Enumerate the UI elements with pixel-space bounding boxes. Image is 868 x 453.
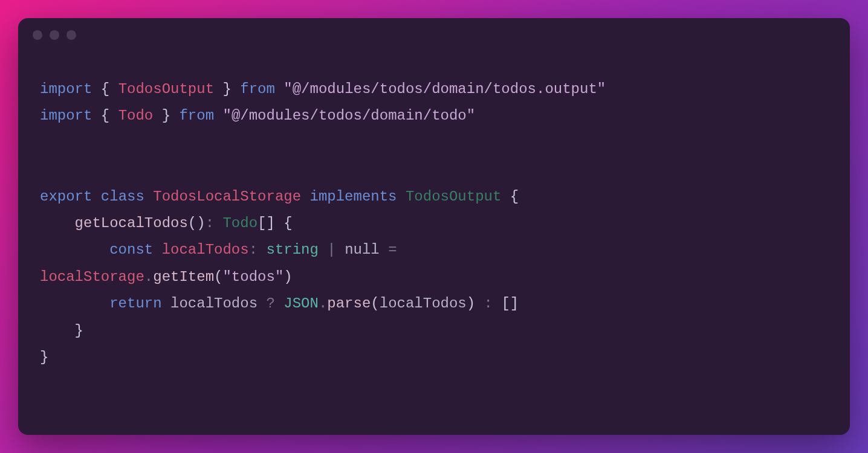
code-token: import [40,81,92,97]
code-token: localTodos [170,295,257,312]
code-editor[interactable]: import { TodosOutput } from "@/modules/t… [18,52,850,395]
code-token: () [188,215,206,231]
code-token: localStorage [40,269,144,285]
code-token: export [40,188,92,205]
code-token: } [222,81,231,97]
code-token: : [206,215,214,231]
code-window: import { TodosOutput } from "@/modules/t… [18,18,850,435]
code-token: ( [214,269,222,285]
code-token: { [101,81,109,97]
code-token: | [327,242,335,258]
minimize-icon[interactable] [50,30,59,40]
code-token: : [249,242,257,258]
code-token: TodosOutput [406,188,501,205]
code-token: { [510,188,519,205]
code-token: "@/modules/todos/domain/todo" [222,108,475,124]
code-token: } [40,349,48,365]
code-token: implements [310,188,397,205]
code-token: { [283,215,292,231]
code-token: "@/modules/todos/domain/todos.output" [283,81,606,97]
code-token: . [319,295,327,312]
code-token: class [101,188,144,205]
code-token: { [101,108,109,124]
code-token: [] [257,215,275,231]
code-token: ? [266,295,274,312]
code-token: const [109,242,153,258]
code-token: return [109,295,161,312]
code-token: "todos" [222,269,283,285]
code-token: from [240,81,275,97]
code-token: TodosLocalStorage [153,188,301,205]
maximize-icon[interactable] [66,30,76,40]
code-token: localTodos [380,295,467,312]
code-token: [] [501,295,519,312]
code-token: JSON [283,295,319,312]
code-token: getItem [153,269,214,285]
code-token: from [179,108,214,124]
code-token: localTodos [162,242,249,258]
code-token: parse [327,295,371,312]
code-token: string [266,242,318,258]
code-token: : [484,295,493,312]
code-token: Todo [118,108,154,124]
code-token: } [75,323,83,339]
code-token: ) [283,269,292,285]
code-token: import [40,108,92,124]
code-token: . [144,269,153,285]
window-titlebar [18,18,850,52]
code-token: } [162,108,170,124]
close-icon[interactable] [33,30,42,40]
code-token: ( [371,295,379,312]
code-token: = [388,242,397,258]
code-token: Todo [222,215,257,231]
code-token: TodosOutput [118,81,214,97]
code-token: getLocalTodos [75,215,188,231]
code-token: ) [467,295,475,312]
code-token: null [345,242,380,258]
